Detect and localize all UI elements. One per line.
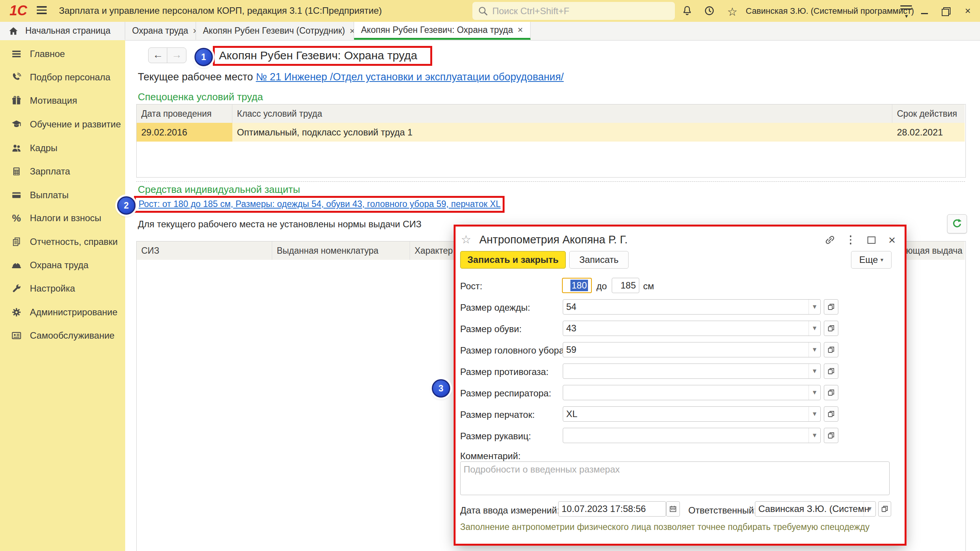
- choose-button[interactable]: [824, 342, 838, 357]
- save-and-close-button[interactable]: Записать и закрыть: [460, 251, 566, 269]
- headgear-size-combo[interactable]: 59▼: [563, 342, 821, 357]
- sidebar-item-podbor-personala[interactable]: Подбор персонала: [0, 69, 125, 86]
- tab-close-icon[interactable]: ×: [517, 24, 528, 35]
- chevron-down-icon[interactable]: ▼: [808, 385, 820, 400]
- more-options-icon[interactable]: [843, 233, 858, 246]
- chevron-down-icon[interactable]: ▼: [808, 407, 820, 421]
- sidebar-item-obuchenie[interactable]: Обучение и развитие: [0, 116, 125, 133]
- forward-button[interactable]: →: [167, 47, 186, 63]
- sidebar-item-label: Охрана труда: [30, 260, 88, 271]
- sidebar-item-otchetnost[interactable]: Отчетность, справки: [0, 233, 125, 250]
- wrench-icon: [11, 284, 21, 293]
- history-icon[interactable]: [703, 5, 716, 17]
- responsible-combo[interactable]: Савинская З.Ю. (Системн ▼: [755, 501, 876, 517]
- sidebar-item-vyplaty[interactable]: Выплаты: [0, 187, 125, 204]
- choose-button[interactable]: [824, 406, 838, 422]
- sidebar-item-label: Настройка: [30, 283, 75, 294]
- anthropometry-sizes-link[interactable]: Рост: от 180 до 185 см, Размеры: одежды …: [139, 199, 501, 209]
- sidebar-item-administrirovanie[interactable]: Администрирование: [0, 304, 125, 321]
- clothing-size-combo[interactable]: 54▼: [563, 299, 821, 315]
- sidebar-item-label: Мотивация: [30, 95, 77, 106]
- sidebar-item-nalogi[interactable]: % Налоги и взносы: [0, 210, 125, 227]
- sout-row-date[interactable]: 29.02.2016: [137, 123, 232, 142]
- search-placeholder: Поиск Ctrl+Shift+F: [492, 6, 569, 16]
- height-to-input[interactable]: 185: [612, 278, 639, 293]
- tab-label: Акопян Рубен Гезевич: Охрана труда: [354, 25, 517, 35]
- chevron-down-icon[interactable]: ▼: [808, 342, 820, 357]
- sidebar-item-ohrana-truda[interactable]: Охрана труда: [0, 257, 125, 274]
- refresh-button[interactable]: [947, 214, 967, 233]
- save-button[interactable]: Записать: [569, 251, 629, 269]
- siz-col-nomenclature[interactable]: Выданная номенклатура: [272, 241, 410, 260]
- more-button[interactable]: Еще ▾: [851, 251, 892, 269]
- chevron-down-icon[interactable]: ▼: [808, 321, 820, 336]
- chevron-down-icon[interactable]: ▼: [808, 300, 820, 314]
- sidebar-item-motivaciya[interactable]: Мотивация: [0, 92, 125, 109]
- app-window: 1С Зарплата и управление персоналом КОРП…: [0, 0, 980, 551]
- height-from-input[interactable]: 180: [562, 278, 592, 293]
- gloves-size-combo[interactable]: XL▼: [563, 406, 821, 422]
- sout-col-valid[interactable]: Срок действия: [892, 104, 965, 123]
- siz-col-siz[interactable]: СИЗ: [137, 241, 272, 260]
- restore-button[interactable]: [939, 5, 954, 18]
- field-label: Размер рукавиц:: [460, 431, 531, 442]
- chevron-down-icon[interactable]: ▼: [808, 364, 820, 378]
- sout-row-class[interactable]: Оптимальный, подкласс условий труда 1: [232, 123, 892, 142]
- tab-close-icon[interactable]: ×: [192, 26, 196, 36]
- respirator-size-combo[interactable]: ▼: [563, 385, 821, 400]
- sidebar-item-samoobsluzhivanie[interactable]: Самообслуживание: [0, 327, 125, 344]
- minimize-button[interactable]: [917, 5, 933, 18]
- sidebar-item-kadry[interactable]: Кадры: [0, 140, 125, 156]
- gas-mask-size-combo[interactable]: ▼: [563, 364, 821, 379]
- tab-employee-ohrana-truda[interactable]: Акопян Рубен Гезевич: Охрана труда ×: [354, 22, 531, 40]
- tab-home[interactable]: Начальная страница: [0, 22, 125, 40]
- mittens-size-combo[interactable]: ▼: [563, 428, 821, 443]
- height-unit-label: см: [643, 281, 654, 292]
- sout-table: Дата проведения Класс условий труда Срок…: [136, 104, 966, 178]
- comment-textarea[interactable]: Подробности о введенных размерах: [460, 461, 890, 495]
- field-label: Размер одежды:: [460, 302, 530, 313]
- tab-ohrana-truda[interactable]: Охрана труда ×: [125, 22, 196, 40]
- sidebar-item-nastroyka[interactable]: Настройка: [0, 280, 125, 297]
- choose-button[interactable]: [878, 501, 891, 517]
- annotation-badge-2: 2: [117, 196, 136, 215]
- choose-button[interactable]: [824, 385, 838, 400]
- choose-button[interactable]: [824, 428, 838, 443]
- notifications-bell-icon[interactable]: [681, 5, 694, 17]
- choose-button[interactable]: [824, 299, 838, 315]
- sidebar-item-label: Главное: [30, 49, 65, 59]
- back-button[interactable]: ←: [148, 47, 168, 63]
- sidebar-item-label: Обучение и развитие: [30, 119, 121, 130]
- dialog-close-icon[interactable]: ×: [884, 233, 900, 246]
- favorites-star-icon[interactable]: ☆: [461, 233, 471, 246]
- calendar-button[interactable]: [666, 501, 680, 517]
- combo-value: 59: [566, 344, 577, 355]
- global-search-input[interactable]: Поиск Ctrl+Shift+F: [472, 2, 675, 20]
- home-icon: [0, 26, 18, 36]
- get-link-icon[interactable]: [822, 233, 838, 246]
- height-label: Рост:: [460, 281, 482, 292]
- tab-employee[interactable]: Акопян Рубен Гезевич (Сотрудник) ×: [196, 22, 354, 40]
- chevron-down-icon[interactable]: ▼: [864, 502, 875, 516]
- current-user[interactable]: Савинская З.Ю. (Системный программист): [746, 6, 914, 16]
- sidebar-item-zarplata[interactable]: Зарплата: [0, 163, 125, 180]
- sidebar-item-label: Отчетность, справки: [30, 236, 118, 247]
- combo-value: 54: [566, 302, 577, 312]
- main-menu-icon[interactable]: [37, 6, 47, 15]
- sout-row-valid[interactable]: 28.02.2021: [892, 123, 965, 142]
- tab-close-icon[interactable]: ×: [349, 26, 354, 36]
- sidebar-item-glavnoe[interactable]: Главное: [0, 46, 125, 62]
- choose-button[interactable]: [824, 364, 838, 379]
- measure-date-input[interactable]: 10.07.2023 17:58:56: [558, 501, 666, 517]
- sout-col-date[interactable]: Дата проведения: [137, 104, 232, 123]
- close-button[interactable]: ×: [960, 5, 975, 18]
- sout-col-class[interactable]: Класс условий труда: [232, 104, 892, 123]
- favorites-star-icon[interactable]: ☆: [726, 5, 739, 17]
- shoe-size-combo[interactable]: 43▼: [563, 321, 821, 336]
- chevron-down-icon[interactable]: ▼: [808, 428, 820, 443]
- choose-button[interactable]: [824, 321, 838, 336]
- service-menu-icon[interactable]: ▾: [900, 5, 917, 17]
- workplace-link[interactable]: № 21 Инженер /Отдел установки и эксплуат…: [256, 71, 564, 83]
- sidebar-item-label: Зарплата: [30, 166, 70, 177]
- maximize-icon[interactable]: [864, 233, 879, 246]
